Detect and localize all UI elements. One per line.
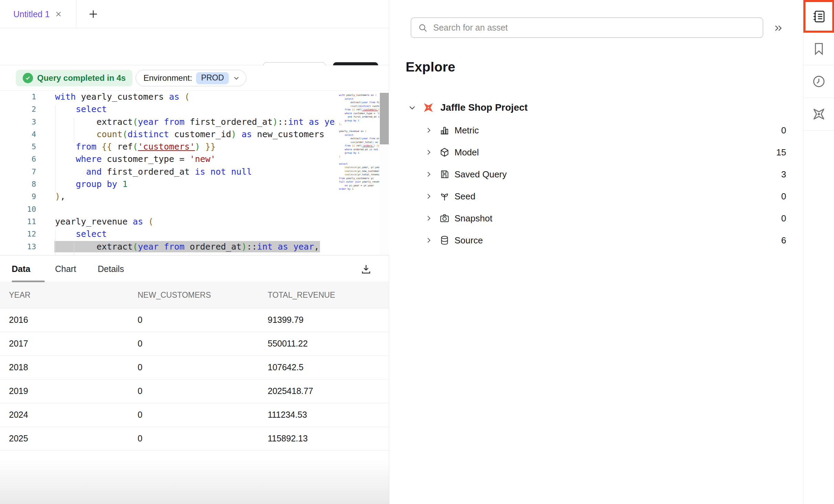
table-cell: 0: [129, 403, 259, 427]
chevron-right-icon[interactable]: [425, 237, 434, 244]
editor-scrollbar[interactable]: [379, 91, 389, 255]
tab-bar: Untitled 1: [0, 0, 389, 28]
tab-details[interactable]: Details: [98, 255, 124, 282]
active-tab-underline: [12, 281, 45, 282]
indent-guide: [55, 230, 55, 255]
table-row: 20250115892.13: [0, 427, 389, 450]
close-tab-icon[interactable]: [54, 10, 63, 18]
catalog-icon: [812, 10, 826, 23]
tree-item-saved-query[interactable]: Saved Query3: [389, 163, 803, 185]
code-line-2: 2 select: [0, 103, 389, 116]
environment-select[interactable]: Environment: PROD: [136, 70, 246, 86]
sql-code-editor[interactable]: 1with yearly_customers as (2 select3 ext…: [0, 91, 389, 255]
explore-panel: Explore Jaffle Shop Project Metric0Model…: [389, 0, 803, 504]
tree-item-count: 0: [781, 125, 786, 136]
tree-item-count: 6: [781, 235, 786, 246]
source-icon: [439, 235, 450, 245]
chevron-right-icon[interactable]: [425, 193, 434, 200]
table-cell: 2018: [0, 355, 129, 379]
chevron-right-icon[interactable]: [425, 215, 434, 222]
column-header: YEAR: [0, 283, 129, 308]
code-line-5: 5 from {{ ref('customers') }}: [0, 141, 389, 153]
table-cell: 111234.53: [259, 403, 389, 427]
search-input[interactable]: [433, 23, 736, 33]
table-cell: 2024: [0, 403, 129, 427]
download-icon: [360, 263, 372, 275]
table-cell: 115892.13: [259, 427, 389, 450]
tree-item-source[interactable]: Source6: [389, 229, 803, 251]
code-line-9: 9),: [0, 190, 389, 203]
table-row: 201902025418.77: [0, 379, 389, 403]
download-results-button[interactable]: [358, 261, 374, 277]
table-cell: 0: [129, 308, 259, 332]
table-cell: 2017: [0, 332, 129, 355]
tab-chart[interactable]: Chart: [55, 255, 76, 282]
model-icon: [439, 147, 450, 157]
scrollbar-thumb[interactable]: [380, 93, 389, 144]
sidebar-button-catalog[interactable]: [803, 0, 834, 33]
table-header-row: YEARNEW_CUSTOMERSTOTAL_REVENUE: [0, 283, 389, 308]
chevron-down-icon: [408, 103, 416, 112]
query-status-text: Query completed in 4s: [37, 73, 126, 83]
table-cell: 0: [129, 427, 259, 450]
collapse-panel-icon[interactable]: [771, 21, 786, 35]
new-tab-button[interactable]: [81, 0, 105, 28]
code-line-10: 10: [0, 203, 389, 216]
table-cell: 91399.79: [259, 308, 389, 332]
code-line-12: 12 select: [0, 228, 389, 240]
sidebar-button-history[interactable]: [803, 65, 834, 98]
project-tree-root[interactable]: Jaffle Shop Project: [408, 98, 528, 117]
seed-icon: [439, 191, 450, 201]
asset-search-box[interactable]: [411, 18, 763, 38]
table-cell: 2025418.77: [259, 379, 389, 403]
check-circle-icon: [23, 73, 33, 83]
environment-label: Environment:: [143, 73, 192, 83]
column-header: TOTAL_REVENUE: [259, 283, 389, 308]
plus-icon: [88, 9, 99, 20]
explore-title: Explore: [406, 59, 455, 75]
code-line-6: 6 where customer_type = 'new': [0, 153, 389, 165]
tree-item-label: Seed: [455, 191, 475, 202]
code-line-4: 4 count(distinct customer_id) as new_cus…: [0, 128, 389, 141]
tree-item-model[interactable]: Model15: [389, 141, 803, 163]
tree-item-count: 3: [781, 169, 786, 180]
table-cell: 550011.22: [259, 332, 389, 355]
table-cell: 107642.5: [259, 355, 389, 379]
code-line-7: 7 and first_ordered_at is not null: [0, 166, 389, 178]
editor-minimap[interactable]: with yearly_customers as ( select extrac…: [335, 91, 379, 255]
dbt-logo: [423, 102, 434, 113]
tree-item-count: 0: [781, 191, 786, 202]
sidebar-button-dbt-logo[interactable]: [803, 98, 834, 131]
sidebar-button-bookmark[interactable]: [803, 33, 834, 65]
chevron-right-icon[interactable]: [425, 149, 434, 156]
dbt-logo-icon: [812, 107, 826, 121]
code-line-11: 11yearly_revenue as (: [0, 216, 389, 228]
tree-item-count: 15: [776, 147, 786, 158]
environment-value-badge: PROD: [196, 72, 228, 84]
project-name: Jaffle Shop Project: [440, 102, 528, 113]
tab-data[interactable]: Data: [12, 255, 30, 282]
table-cell: 0: [129, 355, 259, 379]
column-header: NEW_CUSTOMERS: [129, 283, 259, 308]
tree-item-metric[interactable]: Metric0: [389, 119, 803, 141]
table-row: 20180107642.5: [0, 355, 389, 379]
chevron-right-icon[interactable]: [425, 171, 434, 178]
code-line-13: 13 extract(year from ordered_at)::int as…: [0, 241, 389, 253]
history-icon: [812, 75, 826, 88]
tree-item-label: Metric: [455, 125, 479, 136]
search-icon: [418, 23, 428, 33]
bookmark-icon: [812, 42, 826, 56]
code-line-8: 8 group by 1: [0, 178, 389, 190]
table-row: 20240111234.53: [0, 403, 389, 427]
asset-tree: Metric0Model15Saved Query3Seed0Snapshot0…: [389, 119, 803, 251]
tree-item-count: 0: [781, 213, 786, 224]
tree-item-snapshot[interactable]: Snapshot0: [389, 207, 803, 229]
tab-untitled-1[interactable]: Untitled 1: [0, 0, 76, 28]
tree-item-seed[interactable]: Seed0: [389, 185, 803, 207]
table-cell: 2016: [0, 308, 129, 332]
chevron-right-icon[interactable]: [425, 127, 434, 134]
chevron-down-icon: [233, 75, 240, 81]
indent-guide: [74, 243, 74, 255]
minimap-code: with yearly_customers as ( select extrac…: [335, 91, 379, 191]
code-line-1: 1with yearly_customers as (: [0, 91, 389, 103]
